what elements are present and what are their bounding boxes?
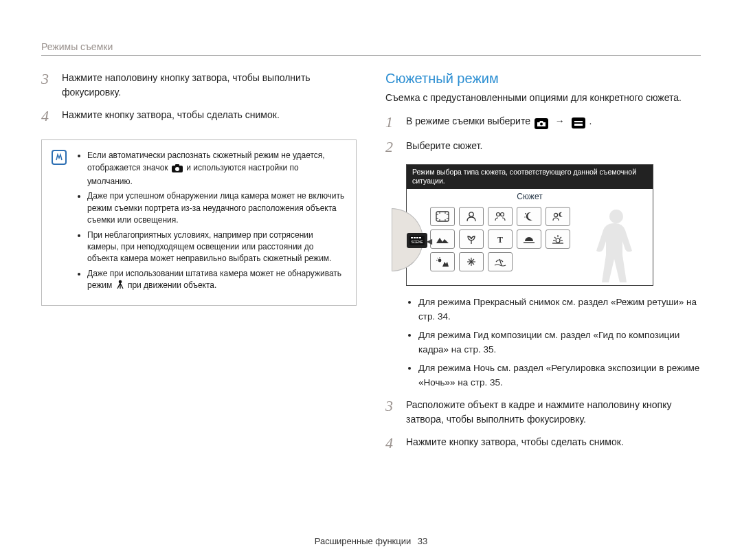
svg-rect-15	[436, 212, 449, 221]
svg-rect-10	[411, 237, 413, 238]
step-3: 3 Нажмите наполовину кнопку затвора, что…	[41, 71, 357, 100]
step-number: 4	[41, 108, 55, 124]
info-item: Даже при использовании штатива камера мо…	[87, 268, 345, 293]
step-4-right: 4 Нажмите кнопку затвора, чтобы сделать …	[385, 435, 701, 451]
step-1-suffix: .	[589, 115, 592, 126]
svg-point-19	[525, 213, 526, 214]
section-header-title: Режимы съемки	[41, 41, 113, 52]
scene-note-item: Для режима Ночь см. раздел «Регулировка …	[418, 361, 701, 390]
scene-note-item: Для режима Гид композиции см. раздел «Ги…	[418, 328, 701, 357]
step-3-right: 3 Расположите объект в кадре и нажмите н…	[385, 398, 701, 427]
two-column-layout: 3 Нажмите наполовину кнопку затвора, что…	[41, 71, 701, 460]
svg-rect-2	[175, 164, 179, 166]
step-number: 1	[385, 114, 399, 131]
right-column: Сюжетный режим Съемка с предустановленны…	[385, 71, 701, 460]
step-text: Выберите сюжет.	[406, 139, 701, 155]
svg-point-20	[524, 216, 525, 217]
page-number: 33	[418, 536, 427, 546]
svg-point-21	[554, 213, 557, 216]
scene-tile-fireworks[interactable]	[459, 252, 484, 271]
svg-text:T: T	[497, 235, 503, 245]
scene-note-item: Для режима Прекрасный снимок см. раздел …	[418, 295, 701, 324]
scene-tile-night-portrait[interactable]	[546, 207, 570, 226]
scene-tile-text[interactable]: T	[488, 229, 513, 249]
step-text: Нажмите кнопку затвора, чтобы сделать сн…	[62, 108, 357, 124]
step-text: Нажмите кнопку затвора, чтобы сделать сн…	[406, 435, 701, 451]
info-item: Даже при успешном обнаружении лица камер…	[87, 190, 345, 226]
step-number: 3	[41, 71, 55, 100]
info-icon	[52, 150, 67, 165]
svg-point-17	[497, 212, 500, 216]
svg-point-24	[556, 238, 560, 243]
device-body: SCENE ◄ T	[407, 203, 653, 285]
svg-point-18	[501, 212, 504, 216]
step-1-prefix: В режиме съемки выберите	[406, 115, 533, 126]
footer-label: Расширенные функции	[315, 536, 412, 546]
step-2: 2 Выберите сюжет.	[385, 139, 701, 155]
step-text: Нажмите наполовину кнопку затвора, чтобы…	[62, 71, 357, 100]
step-number: 4	[385, 435, 399, 451]
scene-mode-icon	[572, 117, 585, 128]
scene-tile-macro[interactable]	[459, 229, 484, 249]
scene-tile-beach[interactable]	[488, 252, 513, 271]
scene-tile-children[interactable]	[488, 207, 513, 226]
step-number: 3	[385, 398, 399, 427]
step-number: 2	[385, 139, 399, 155]
svg-point-3	[118, 280, 122, 284]
svg-point-5	[540, 123, 543, 126]
page-footer: Расширенные функции 33	[0, 536, 742, 546]
svg-rect-7	[574, 121, 583, 122]
scene-tile-sunset[interactable]	[517, 229, 541, 249]
info-box: Если автоматически распознать сюжетный р…	[41, 139, 357, 306]
page-root: Режимы съемки 3 Нажмите наполовину кнопк…	[0, 0, 742, 474]
left-column: 3 Нажмите наполовину кнопку затвора, что…	[41, 71, 357, 460]
svg-rect-12	[416, 237, 418, 238]
step-1: 1 В режиме съемки выберите → .	[385, 114, 701, 131]
scene-tile-backlight[interactable]	[430, 252, 455, 271]
svg-rect-11	[414, 237, 416, 238]
step-4: 4 Нажмите кнопку затвора, чтобы сделать …	[41, 108, 357, 124]
device-hint-bar: Режим выбора типа сюжета, соответствующе…	[407, 165, 653, 189]
svg-line-29	[560, 237, 561, 238]
svg-rect-6	[573, 119, 584, 127]
info-item: При неблагоприятных условиях, например п…	[87, 229, 345, 265]
scene-notes: Для режима Прекрасный снимок см. раздел …	[407, 295, 701, 390]
step-text: В режиме съемки выберите → .	[406, 114, 701, 131]
step-text: Расположите объект в кадре и нажмите нап…	[406, 398, 701, 427]
svg-text:SCENE: SCENE	[411, 240, 423, 244]
svg-point-1	[175, 167, 179, 171]
scene-tile-dawn[interactable]	[546, 229, 570, 249]
svg-rect-8	[574, 124, 583, 126]
mode-description: Съемка с предустановленными опциями для …	[385, 91, 701, 104]
small-camera-icon	[172, 164, 183, 176]
svg-point-16	[469, 212, 473, 216]
svg-rect-13	[419, 237, 421, 238]
svg-point-43	[471, 261, 473, 263]
svg-point-31	[438, 259, 442, 262]
scene-tile-frame[interactable]	[430, 207, 455, 226]
scene-tile-night[interactable]	[517, 207, 541, 226]
arrow-icon: →	[555, 115, 565, 126]
info-item: Если автоматически распознать сюжетный р…	[87, 150, 345, 188]
mode-heading: Сюжетный режим	[385, 71, 701, 87]
info-list: Если автоматически распознать сюжетный р…	[76, 150, 345, 295]
tripod-icon	[116, 280, 124, 293]
scene-arrow-left-icon: ◄	[425, 236, 434, 247]
device-screen: Режим выбора типа сюжета, соответствующе…	[406, 164, 653, 286]
svg-line-34	[438, 258, 438, 258]
scene-tile-portrait[interactable]	[459, 207, 484, 226]
device-title: Сюжет	[407, 189, 653, 203]
camera-mode-icon	[535, 118, 548, 129]
info-item-text-b: при движении объекта.	[128, 280, 216, 290]
scene-grid: T	[430, 207, 625, 271]
section-header: Режимы съемки	[41, 41, 701, 56]
svg-line-28	[554, 237, 556, 238]
